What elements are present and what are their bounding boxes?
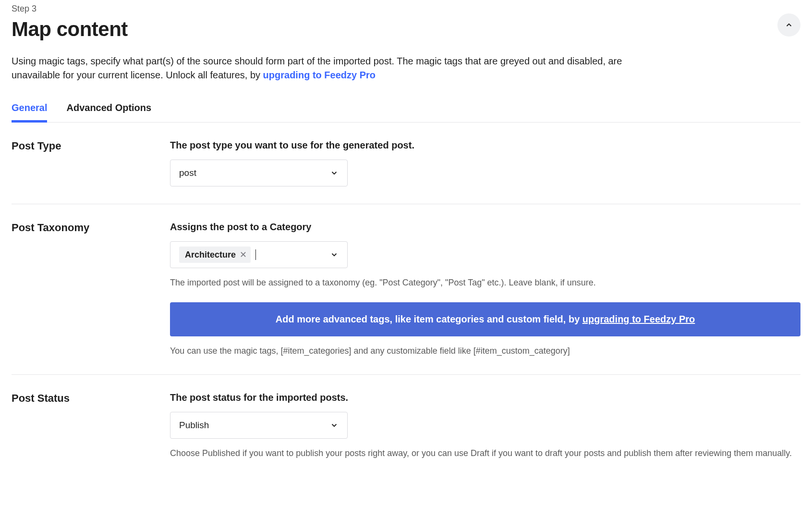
chevron-down-icon [330, 169, 339, 177]
post-taxonomy-label: Assigns the post to a Category [170, 222, 800, 233]
upgrade-link[interactable]: upgrading to Feedzy Pro [263, 70, 376, 80]
taxonomy-help-2: You can use the magic tags, [#item_categ… [170, 345, 800, 357]
post-type-value: post [179, 168, 196, 178]
post-type-label: The post type you want to use for the ge… [170, 140, 800, 151]
taxonomy-tag-label: Architecture [185, 250, 236, 260]
post-status-label: The post status for the imported posts. [170, 392, 800, 403]
banner-text: Add more advanced tags, like item catego… [276, 314, 582, 324]
step-label: Step 3 [12, 4, 128, 14]
tabs: General Advanced Options [12, 99, 800, 123]
chevron-up-icon [785, 21, 793, 29]
tab-general[interactable]: General [12, 99, 47, 122]
post-status-help: Choose Published if you want to publish … [170, 447, 800, 459]
section-post-type: Post Type The post type you want to use … [12, 123, 800, 204]
intro-paragraph: Using magic tags, specify what part(s) o… [12, 54, 645, 82]
taxonomy-help-1: The imported post will be assigned to a … [170, 277, 800, 289]
post-taxonomy-heading: Post Taxonomy [12, 222, 170, 234]
tab-advanced[interactable]: Advanced Options [66, 99, 151, 122]
post-taxonomy-select[interactable]: Architecture ✕ [170, 241, 348, 268]
chevron-down-icon [330, 250, 339, 259]
banner-upgrade-link[interactable]: upgrading to Feedzy Pro [582, 314, 695, 324]
upgrade-banner: Add more advanced tags, like item catego… [170, 302, 800, 336]
page-title: Map content [12, 18, 128, 41]
taxonomy-tag: Architecture ✕ [179, 247, 251, 263]
post-status-heading: Post Status [12, 392, 170, 405]
post-status-value: Publish [179, 420, 209, 431]
collapse-button[interactable] [777, 13, 800, 37]
post-status-select[interactable]: Publish [170, 412, 348, 439]
section-post-taxonomy: Post Taxonomy Assigns the post to a Cate… [12, 204, 800, 375]
section-post-status: Post Status The post status for the impo… [12, 375, 800, 477]
chevron-down-icon [330, 421, 339, 430]
remove-tag-button[interactable]: ✕ [240, 249, 247, 260]
post-type-heading: Post Type [12, 140, 170, 152]
text-cursor [255, 249, 256, 260]
post-type-select[interactable]: post [170, 160, 348, 186]
